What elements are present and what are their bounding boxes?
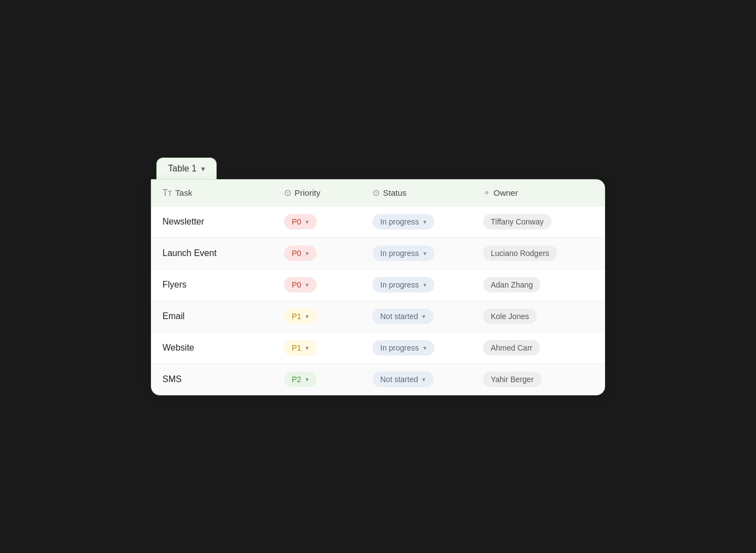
task-name: Newsletter xyxy=(162,217,284,227)
priority-dropdown-arrow: ▾ xyxy=(306,345,309,352)
status-cell: In progress ▾ xyxy=(372,246,483,261)
table-row: SMS P2 ▾ Not started ▾ Yahir Berger xyxy=(151,364,605,395)
status-cell: In progress ▾ xyxy=(372,340,483,356)
status-dropdown-arrow: ▾ xyxy=(423,281,427,289)
owner-badge: Luciano Rodgers xyxy=(483,246,557,261)
table-tab[interactable]: Table 1 ▾ xyxy=(156,158,217,179)
owner-cell: Adan Zhang xyxy=(483,277,594,293)
owner-badge: Adan Zhang xyxy=(483,277,540,293)
priority-cell: P1 ▾ xyxy=(284,309,372,324)
owner-badge: Kole Jones xyxy=(483,309,537,324)
owner-cell: Tiffany Conway xyxy=(483,214,594,229)
status-badge[interactable]: In progress ▾ xyxy=(372,340,434,356)
priority-dropdown-arrow: ▾ xyxy=(306,313,309,320)
tab-label: Table 1 xyxy=(168,164,197,174)
status-dropdown-arrow: ▾ xyxy=(423,218,427,226)
priority-filter-icon: ⊙ xyxy=(284,187,291,198)
priority-badge[interactable]: P0 ▾ xyxy=(284,246,317,261)
priority-cell: P1 ▾ xyxy=(284,340,372,356)
owner-badge: Ahmed Carr xyxy=(483,340,540,356)
table-row: Flyers P0 ▾ In progress ▾ Adan Zhang xyxy=(151,269,605,301)
status-filter-icon: ⊙ xyxy=(372,187,380,198)
status-cell: In progress ▾ xyxy=(372,214,483,229)
col-header-owner: ⚬ Owner xyxy=(483,187,594,198)
priority-badge[interactable]: P1 ▾ xyxy=(284,309,317,324)
status-badge[interactable]: In progress ▾ xyxy=(372,246,434,261)
owner-cell: Ahmed Carr xyxy=(483,340,594,356)
priority-cell: P0 ▾ xyxy=(284,214,372,229)
table-header: Tт Task ⊙ Priority ⊙ Status ⚬ Owner xyxy=(151,180,605,206)
task-icon: Tт xyxy=(162,188,172,198)
owner-cell: Luciano Rodgers xyxy=(483,246,594,261)
priority-dropdown-arrow: ▾ xyxy=(306,218,309,226)
tab-chevron: ▾ xyxy=(201,164,205,173)
col-header-priority: ⊙ Priority xyxy=(284,187,372,198)
priority-dropdown-arrow: ▾ xyxy=(306,281,309,289)
status-dropdown-arrow: ▾ xyxy=(422,376,426,383)
status-dropdown-arrow: ▾ xyxy=(422,313,426,320)
status-cell: Not started ▾ xyxy=(372,372,483,387)
priority-cell: P0 ▾ xyxy=(284,246,372,261)
owner-cell: Yahir Berger xyxy=(483,372,594,387)
owner-cell: Kole Jones xyxy=(483,309,594,324)
task-name: Website xyxy=(162,343,284,353)
task-name: Launch Event xyxy=(162,248,284,258)
status-badge[interactable]: Not started ▾ xyxy=(372,309,433,324)
table-row: Email P1 ▾ Not started ▾ Kole Jones xyxy=(151,301,605,332)
priority-cell: P0 ▾ xyxy=(284,277,372,293)
owner-badge: Yahir Berger xyxy=(483,372,542,387)
task-name: Email xyxy=(162,311,284,321)
priority-cell: P2 ▾ xyxy=(284,372,372,387)
status-dropdown-arrow: ▾ xyxy=(423,345,427,352)
status-cell: Not started ▾ xyxy=(372,309,483,324)
col-label-task: Task xyxy=(175,188,192,197)
task-name: Flyers xyxy=(162,280,284,290)
priority-dropdown-arrow: ▾ xyxy=(306,376,309,383)
table-row: Newsletter P0 ▾ In progress ▾ Tiffany Co… xyxy=(151,206,605,238)
table-row: Launch Event P0 ▾ In progress ▾ Luciano … xyxy=(151,238,605,269)
table-row: Website P1 ▾ In progress ▾ Ahmed Carr xyxy=(151,332,605,364)
table-body: Newsletter P0 ▾ In progress ▾ Tiffany Co… xyxy=(151,206,605,395)
owner-icon: ⚬ xyxy=(483,187,490,198)
col-header-task: Tт Task xyxy=(162,187,284,198)
priority-badge[interactable]: P2 ▾ xyxy=(284,372,317,387)
col-label-priority: Priority xyxy=(295,188,321,197)
owner-badge: Tiffany Conway xyxy=(483,214,552,229)
status-cell: In progress ▾ xyxy=(372,277,483,293)
col-label-status: Status xyxy=(383,188,407,197)
priority-badge[interactable]: P0 ▾ xyxy=(284,214,317,229)
priority-badge[interactable]: P0 ▾ xyxy=(284,277,317,293)
table-card: Tт Task ⊙ Priority ⊙ Status ⚬ Owner News… xyxy=(151,179,605,395)
status-dropdown-arrow: ▾ xyxy=(423,250,427,257)
status-badge[interactable]: In progress ▾ xyxy=(372,214,434,229)
card-wrapper: Table 1 ▾ Tт Task ⊙ Priority ⊙ Status ⚬ … xyxy=(151,158,605,395)
col-header-status: ⊙ Status xyxy=(372,187,483,198)
task-name: SMS xyxy=(162,374,284,384)
col-label-owner: Owner xyxy=(494,188,518,197)
priority-badge[interactable]: P1 ▾ xyxy=(284,340,317,356)
status-badge[interactable]: Not started ▾ xyxy=(372,372,433,387)
priority-dropdown-arrow: ▾ xyxy=(306,250,309,257)
status-badge[interactable]: In progress ▾ xyxy=(372,277,434,293)
